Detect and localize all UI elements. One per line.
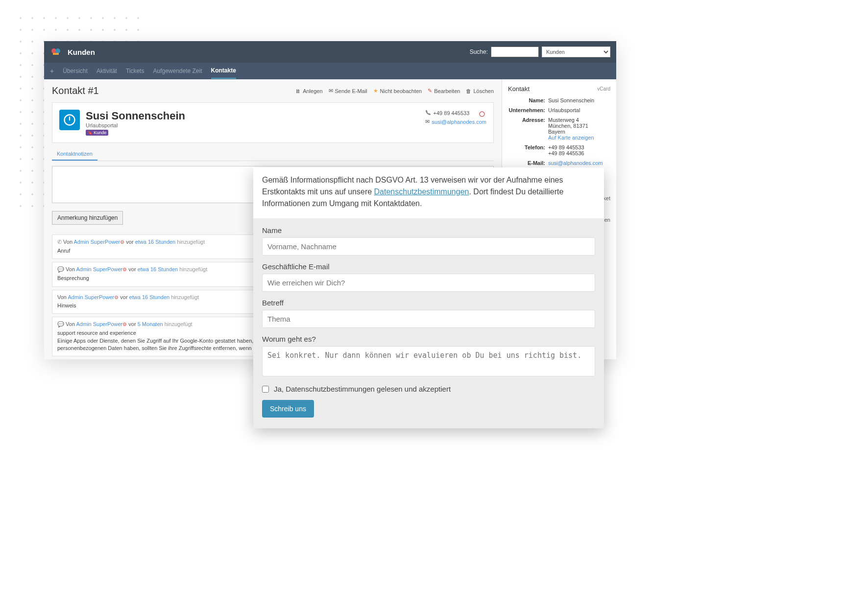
contact-email-row: ✉ susi@alphanodes.com: [425, 118, 486, 125]
search-area: Suche: Kunden: [470, 47, 610, 57]
info-row-company: Unternehmen: Urlaubsportal: [508, 107, 610, 113]
subject-label: Betreff: [262, 299, 595, 307]
app-logo-icon: [50, 46, 62, 58]
nav-item-overview[interactable]: Übersicht: [63, 64, 88, 78]
envelope-icon: ✉: [425, 118, 430, 125]
contact-phone: +49 89 445533: [434, 110, 470, 116]
action-edit[interactable]: ✎Bearbeiten: [428, 88, 460, 94]
contact-company: Urlaubsportal: [86, 122, 185, 128]
contact-badge: Kunde: [86, 130, 108, 136]
privacy-link[interactable]: Datenschutzbestimmungen: [374, 187, 469, 196]
author-link[interactable]: Admin SuperPower: [76, 321, 122, 327]
file-icon: 🗎: [295, 88, 301, 94]
email-input[interactable]: [262, 274, 595, 292]
time-link[interactable]: 5 Monaten: [138, 321, 163, 327]
action-send-email[interactable]: ✉Sende E-Mail: [329, 88, 367, 94]
info-row-name: Name: Susi Sonnenschein: [508, 97, 610, 103]
add-icon[interactable]: +: [50, 67, 54, 75]
sidebar-title: Kontakt: [508, 85, 530, 93]
contact-card: Susi Sonnenschein Urlaubsportal Kunde +4…: [52, 102, 494, 143]
phone-icon: [425, 110, 431, 117]
action-create[interactable]: 🗎Anlegen: [295, 88, 322, 94]
svg-point-1: [55, 48, 60, 53]
nav-item-contacts[interactable]: Kontakte: [211, 63, 236, 79]
tabs: Kontaktnotizen: [52, 148, 494, 161]
privacy-checkbox-row: Ja, Datenschutzbestimmungen gelesen und …: [262, 385, 595, 393]
name-label: Name: [262, 226, 595, 234]
comment-icon: 💬: [57, 266, 64, 272]
svg-rect-4: [69, 117, 70, 120]
time-link[interactable]: etwa 16 Stunden: [129, 294, 170, 300]
info-row-email: E-Mail: susi@alphanodes.com: [508, 160, 610, 166]
form-body: Name Geschäftliche E-mail Betreff Worum …: [253, 218, 604, 428]
subject-input[interactable]: [262, 310, 595, 328]
action-delete[interactable]: 🗑Löschen: [466, 88, 494, 94]
about-textarea[interactable]: [262, 346, 595, 376]
gear-icon: ⚙: [122, 322, 127, 327]
phone-icon: ✆: [57, 239, 62, 245]
page-actions: 🗎Anlegen ✉Sende E-Mail ★Nicht beobachten…: [295, 88, 494, 94]
navbar: + Übersicht Aktivität Tickets Aufgewende…: [44, 63, 616, 79]
svg-rect-2: [53, 53, 59, 55]
info-row-address: Adresse: Musterweg 4 München, 81371 Baye…: [508, 117, 610, 140]
gear-icon: ⚙: [114, 295, 119, 300]
contact-email-link[interactable]: susi@alphanodes.com: [432, 119, 486, 125]
topbar: Kunden Suche: Kunden: [44, 41, 616, 63]
name-input[interactable]: [262, 237, 595, 256]
pencil-icon: ✎: [428, 88, 432, 94]
email-label: Geschäftliche E-mail: [262, 262, 595, 271]
trash-icon: 🗑: [466, 88, 471, 94]
submit-button[interactable]: Schreib uns: [262, 400, 314, 418]
contact-right-info: +49 89 445533 ✉ susi@alphanodes.com: [425, 110, 486, 127]
contact-name: Susi Sonnenschein: [86, 110, 185, 122]
search-label: Suche:: [470, 48, 488, 55]
sidebar-email-link[interactable]: susi@alphanodes.com: [548, 160, 603, 166]
page-header: Kontakt #1 🗎Anlegen ✉Sende E-Mail ★Nicht…: [44, 79, 502, 102]
star-icon: ★: [373, 88, 378, 94]
action-unwatch[interactable]: ★Nicht beobachten: [373, 88, 422, 94]
author-link[interactable]: Admin SuperPower: [68, 294, 114, 300]
nav-item-activity[interactable]: Aktivität: [96, 64, 117, 78]
about-label: Worum geht es?: [262, 335, 595, 343]
search-input[interactable]: [491, 47, 539, 57]
helpdesk-form-overlay: Gemäß Informationspflicht nach DSGVO Art…: [253, 167, 604, 428]
privacy-checkbox-label: Ja, Datenschutzbestimmungen gelesen und …: [274, 385, 451, 393]
comment-icon: 💬: [57, 321, 64, 327]
map-link[interactable]: Auf Karte anzeigen: [548, 135, 594, 140]
avatar: [59, 110, 80, 130]
nav-item-tickets[interactable]: Tickets: [126, 64, 145, 78]
form-intro: Gemäß Informationspflicht nach DSGVO Art…: [253, 167, 604, 218]
gear-icon: ⚙: [120, 239, 124, 245]
time-link[interactable]: etwa 16 Stunden: [138, 266, 178, 272]
status-circle-icon: [479, 111, 485, 119]
app-title: Kunden: [68, 48, 470, 56]
contact-info: Susi Sonnenschein Urlaubsportal Kunde: [86, 110, 185, 136]
time-link[interactable]: etwa 16 Stunden: [135, 239, 176, 245]
privacy-checkbox[interactable]: [262, 386, 269, 393]
info-row-phone: Telefon: +49 89 445533 +49 89 445536: [508, 144, 610, 156]
author-link[interactable]: Admin SuperPower: [76, 266, 122, 272]
author-link[interactable]: Admin SuperPower: [73, 239, 120, 245]
contact-phone-row: +49 89 445533: [425, 110, 486, 117]
page-title: Kontakt #1: [52, 85, 295, 96]
nav-item-time[interactable]: Aufgewendete Zeit: [153, 64, 202, 78]
sidebar-title-row: Kontakt vCard: [508, 85, 610, 93]
envelope-icon: ✉: [329, 88, 333, 94]
gear-icon: ⚙: [122, 267, 127, 272]
search-scope-select[interactable]: Kunden: [542, 47, 610, 57]
tab-notes[interactable]: Kontaktnotizen: [52, 148, 97, 161]
svg-point-5: [480, 112, 484, 117]
add-note-button[interactable]: Anmerkung hinzufügen: [52, 211, 123, 225]
vcard-link[interactable]: vCard: [597, 86, 610, 92]
